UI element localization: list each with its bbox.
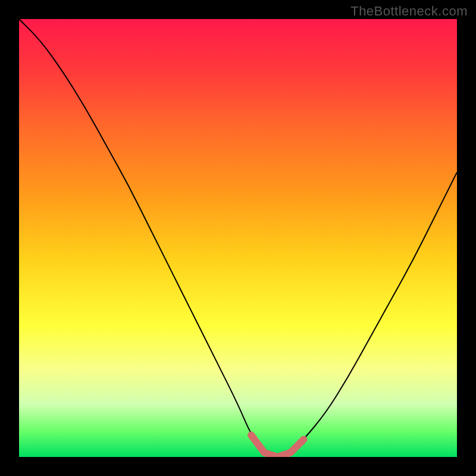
bottleneck-chart: TheBottleneck.com (0, 0, 476, 476)
watermark-text: TheBottleneck.com (350, 4, 468, 19)
plot-area (19, 19, 457, 457)
